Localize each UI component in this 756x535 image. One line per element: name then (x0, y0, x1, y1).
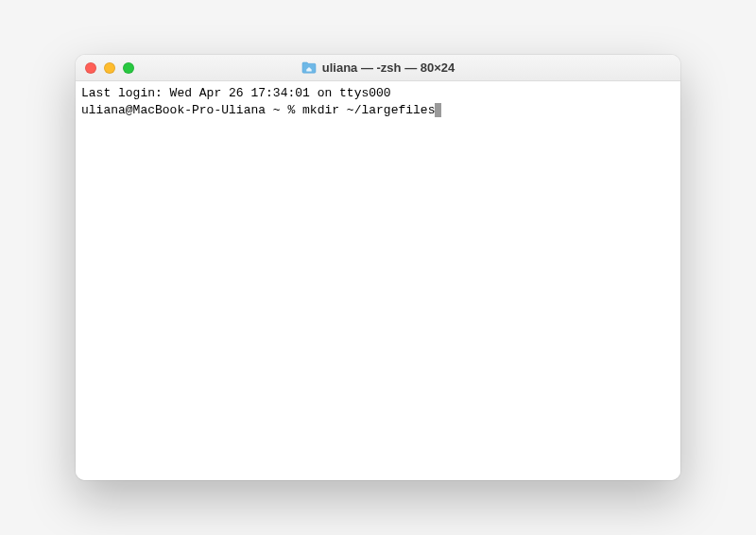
command-text[interactable]: mkdir ~/largefiles (302, 103, 435, 117)
window-title: uliana — -zsh — 80×24 (322, 60, 455, 75)
minimize-button[interactable] (104, 62, 115, 74)
titlebar[interactable]: uliana — -zsh — 80×24 (76, 55, 680, 81)
terminal-body[interactable]: Last login: Wed Apr 26 17:34:01 on ttys0… (76, 81, 680, 480)
title-center: uliana — -zsh — 80×24 (76, 60, 680, 75)
prompt-line: uliana@MacBook-Pro-Uliana ~ % mkdir ~/la… (81, 102, 675, 119)
last-login-line: Last login: Wed Apr 26 17:34:01 on ttys0… (81, 85, 675, 102)
cursor (435, 103, 441, 117)
close-button[interactable] (85, 62, 96, 74)
maximize-button[interactable] (123, 62, 134, 74)
folder-home-icon (301, 61, 317, 74)
traffic-lights (85, 62, 134, 74)
prompt-text: uliana@MacBook-Pro-Uliana ~ % (81, 103, 302, 117)
terminal-window: uliana — -zsh — 80×24 Last login: Wed Ap… (76, 55, 680, 480)
